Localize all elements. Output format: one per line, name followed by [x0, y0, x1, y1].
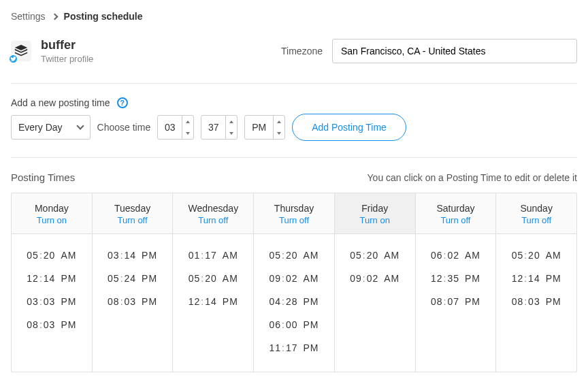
hour-up[interactable]	[182, 116, 193, 127]
day-column: TuesdayTurn off03:14PM05:24PM08:03PM	[93, 193, 174, 372]
day-name: Monday	[14, 203, 89, 214]
minute-input[interactable]: 37	[201, 115, 238, 140]
posting-times-hint: You can click on a Posting Time to edit …	[368, 172, 577, 183]
profile-subtitle: Twitter profile	[41, 54, 93, 64]
timezone-label: Timezone	[281, 46, 323, 56]
day-toggle[interactable]: Turn off	[257, 215, 331, 225]
day-column: MondayTurn on05:20AM12:14PM03:03PM08:03P…	[12, 193, 93, 372]
posting-time-entry[interactable]: 01:17AM	[177, 244, 249, 267]
profile-timezone-row: buffer Twitter profile Timezone	[11, 38, 577, 84]
posting-time-entry[interactable]: 09:02AM	[258, 267, 330, 290]
day-header: MondayTurn on	[12, 193, 92, 234]
day-toggle[interactable]: Turn off	[419, 215, 493, 225]
day-column: SundayTurn off05:20AM12:14PM08:03PM	[496, 193, 576, 372]
day-times: 05:20AM12:14PM03:03PM08:03PM	[12, 234, 92, 370]
posting-time-entry[interactable]: 05:20AM	[258, 244, 330, 267]
posting-time-entry[interactable]: 08:03PM	[500, 290, 572, 313]
day-name: Tuesday	[95, 203, 170, 214]
posting-time-entry[interactable]: 05:20AM	[16, 244, 88, 267]
frequency-select[interactable]: Every Day	[11, 115, 91, 140]
twitter-badge-icon	[8, 54, 18, 64]
day-toggle[interactable]: Turn on	[14, 215, 89, 225]
day-header: WednesdayTurn off	[173, 193, 253, 234]
posting-time-entry[interactable]: 03:14PM	[97, 244, 169, 267]
breadcrumb-current: Posting schedule	[64, 11, 143, 22]
day-times: 06:02AM12:35PM08:07PM	[416, 234, 496, 370]
posting-time-entry[interactable]: 05:20AM	[500, 244, 572, 267]
minute-value: 37	[201, 122, 225, 133]
hour-input[interactable]: 03	[157, 115, 194, 140]
day-header: SundayTurn off	[496, 193, 576, 234]
day-times: 05:20AM09:02AM	[335, 234, 415, 370]
posting-time-entry[interactable]: 12:14PM	[177, 290, 249, 313]
add-time-label: Add a new posting time	[11, 97, 110, 108]
posting-time-entry[interactable]: 04:28PM	[258, 290, 330, 313]
schedule-table: MondayTurn on05:20AM12:14PM03:03PM08:03P…	[11, 193, 577, 372]
profile-info: buffer Twitter profile	[11, 38, 93, 64]
frequency-value: Every Day	[18, 122, 63, 133]
breadcrumb-settings[interactable]: Settings	[11, 11, 46, 22]
timezone-input[interactable]	[332, 39, 577, 63]
posting-times-header: Posting Times You can click on a Posting…	[11, 172, 577, 183]
posting-time-entry[interactable]: 03:03PM	[16, 290, 88, 313]
breadcrumb: Settings Posting schedule	[11, 11, 577, 22]
posting-time-entry[interactable]: 08:07PM	[420, 290, 492, 313]
timezone-row: Timezone	[281, 39, 577, 63]
add-time-label-row: Add a new posting time ?	[11, 97, 577, 108]
minute-down[interactable]	[226, 127, 237, 139]
day-column: WednesdayTurn off01:17AM05:20AM12:14PM	[173, 193, 254, 372]
day-toggle[interactable]: Turn off	[499, 215, 574, 225]
day-times: 05:20AM09:02AM04:28PM06:00PM11:17PM	[254, 234, 334, 372]
posting-time-entry[interactable]: 08:03PM	[16, 313, 88, 336]
posting-time-entry[interactable]: 05:20AM	[339, 244, 411, 267]
posting-times-label: Posting Times	[11, 172, 75, 183]
day-name: Saturday	[419, 203, 493, 214]
ampm-value: PM	[245, 122, 273, 133]
add-posting-time-button[interactable]: Add Posting Time	[292, 114, 406, 141]
day-times: 01:17AM05:20AM12:14PM	[173, 234, 253, 370]
day-header: ThursdayTurn off	[254, 193, 334, 234]
posting-time-entry[interactable]: 12:14PM	[500, 267, 572, 290]
add-time-controls: Every Day Choose time 03 37 PM Add Posti…	[11, 114, 577, 158]
help-icon[interactable]: ?	[117, 97, 128, 108]
day-name: Sunday	[499, 203, 574, 214]
day-name: Friday	[338, 203, 412, 214]
posting-time-entry[interactable]: 06:00PM	[258, 313, 330, 336]
day-times: 05:20AM12:14PM08:03PM	[496, 234, 576, 370]
posting-time-entry[interactable]: 08:03PM	[97, 290, 169, 313]
day-header: FridayTurn on	[335, 193, 415, 234]
hour-down[interactable]	[182, 127, 193, 139]
day-name: Wednesday	[176, 203, 250, 214]
choose-time-label: Choose time	[97, 122, 151, 133]
posting-time-entry[interactable]: 09:02AM	[339, 267, 411, 290]
day-name: Thursday	[257, 203, 331, 214]
chevron-right-icon	[51, 13, 58, 20]
hour-value: 03	[158, 122, 182, 133]
day-toggle[interactable]: Turn off	[176, 215, 250, 225]
minute-up[interactable]	[226, 116, 237, 127]
day-header: TuesdayTurn off	[93, 193, 173, 234]
day-column: SaturdayTurn off06:02AM12:35PM08:07PM	[416, 193, 497, 372]
avatar	[11, 41, 31, 61]
ampm-up[interactable]	[274, 116, 284, 127]
day-column: ThursdayTurn off05:20AM09:02AM04:28PM06:…	[254, 193, 335, 372]
day-header: SaturdayTurn off	[416, 193, 496, 234]
ampm-down[interactable]	[274, 127, 284, 139]
day-toggle[interactable]: Turn off	[95, 215, 170, 225]
chevron-down-icon	[76, 122, 84, 129]
posting-time-entry[interactable]: 05:24PM	[97, 267, 169, 290]
posting-time-entry[interactable]: 06:02AM	[420, 244, 492, 267]
day-column: FridayTurn on05:20AM09:02AM	[335, 193, 416, 372]
posting-time-entry[interactable]: 12:35PM	[420, 267, 492, 290]
posting-time-entry[interactable]: 05:20AM	[177, 267, 249, 290]
ampm-input[interactable]: PM	[244, 115, 285, 140]
posting-time-entry[interactable]: 11:17PM	[258, 336, 330, 359]
day-toggle[interactable]: Turn on	[338, 215, 412, 225]
profile-name: buffer	[41, 38, 93, 52]
posting-time-entry[interactable]: 12:14PM	[16, 267, 88, 290]
day-times: 03:14PM05:24PM08:03PM	[93, 234, 173, 370]
